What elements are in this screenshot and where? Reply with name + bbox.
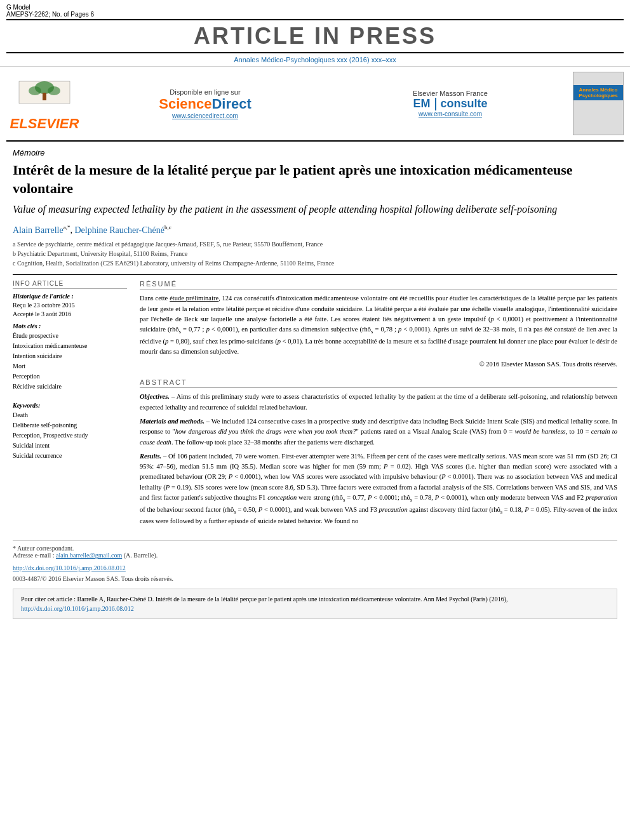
doi-link[interactable]: http://dx.doi.org/10.1016/j.amp.2016.08.… xyxy=(13,564,126,571)
citation-box: Pour citer cet article : Barrelle A, Rau… xyxy=(13,589,617,619)
corresponding-note: * Auteur correspondant. xyxy=(13,545,617,552)
em-url[interactable]: www.em-consulte.com xyxy=(328,110,573,117)
sd-logo: ScienceDirect xyxy=(83,96,328,112)
historique-label: Historique de l'article : xyxy=(13,293,127,300)
and-word: and xyxy=(359,506,368,513)
abstract-results: Results. – Of 106 patient included, 70 w… xyxy=(140,451,617,527)
abstract-objectives: Objectives. – Aims of this preliminary s… xyxy=(140,392,617,413)
email-author: (A. Barrelle). xyxy=(124,552,158,559)
section-type: Mémoire xyxy=(13,148,617,157)
affil-c: c Cognition, Health, Socialization (C2S … xyxy=(13,258,617,268)
svg-rect-2 xyxy=(43,93,46,100)
author-delphine-link[interactable]: Delphine Raucher-Chéné xyxy=(74,225,164,235)
abstract-section: ABSTRACT Objectives. – Aims of this prel… xyxy=(140,378,617,526)
citation-text: Barrelle A, Raucher-Chéné D. Intérêt de … xyxy=(77,596,508,603)
info-article-label: INFO ARTICLE xyxy=(13,280,127,289)
resume-copyright: © 2016 Elsevier Masson SAS. Tous droits … xyxy=(140,359,617,370)
em-logo: EM consulte xyxy=(413,97,487,110)
email-line: Adresse e-mail : alain.barrelle@gmail.co… xyxy=(13,552,617,559)
disponible-text: Disponible en ligne sur xyxy=(83,88,328,96)
authors: Alain Barrellea,*, Delphine Raucher-Chén… xyxy=(13,225,617,236)
doi-section: http://dx.doi.org/10.1016/j.amp.2016.08.… xyxy=(13,563,617,582)
resume-text: Dans cette étude préliminaire, 124 cas c… xyxy=(140,293,617,370)
affiliations: a Service de psychiatrie, centre médical… xyxy=(13,239,617,268)
publisher-header: ELSEVIER Disponible en ligne sur Science… xyxy=(6,67,624,142)
abstract-label: ABSTRACT xyxy=(140,378,617,388)
g-model-label: G Model xyxy=(6,4,94,11)
amepsy-number: AMEPSY-2262; No. of Pages 6 xyxy=(6,11,94,18)
em-label: Elsevier Masson France xyxy=(328,90,573,97)
author-alain-link[interactable]: Alain Barrelle xyxy=(13,225,64,235)
journal-bar: Annales Médico-Psychologiques xxx (2016)… xyxy=(0,53,630,67)
svg-point-3 xyxy=(29,86,41,95)
svg-point-4 xyxy=(48,86,60,95)
right-column: RÉSUMÉ Dans cette étude préliminaire, 12… xyxy=(140,280,617,530)
affil-b: b Psychiatric Department, University Hos… xyxy=(13,249,617,258)
keywords-list: Death Deliberate self-poisoning Percepti… xyxy=(13,410,127,461)
elsevier-logo: ELSEVIER xyxy=(6,75,83,132)
email-label: Adresse e-mail : xyxy=(13,552,55,559)
elsevier-wordmark: ELSEVIER xyxy=(6,116,83,132)
footer-notes: * Auteur correspondant. Adresse e-mail :… xyxy=(13,540,617,559)
mots-cles-label: Mots clés : xyxy=(13,323,127,330)
email-link[interactable]: alain.barrelle@gmail.com xyxy=(56,552,122,559)
aip-banner: ARTICLE IN PRESS xyxy=(6,19,624,53)
g-model-info: G Model AMEPSY-2262; No. of Pages 6 xyxy=(6,4,94,18)
top-header: G Model AMEPSY-2262; No. of Pages 6 xyxy=(0,0,630,19)
divider-1 xyxy=(13,274,617,275)
resume-label: RÉSUMÉ xyxy=(140,280,617,290)
citation-doi-link[interactable]: http://dx.doi.org/10.1016/j.amp.2016.08.… xyxy=(21,605,134,612)
two-column-layout: INFO ARTICLE Historique de l'article : R… xyxy=(13,280,617,530)
accepte-date: Accepté le 3 août 2016 xyxy=(13,310,127,319)
sd-url[interactable]: www.sciencedirect.com xyxy=(83,112,328,119)
mots-cles-list: Étude prospective Intoxication médicamen… xyxy=(13,331,127,392)
citation-label: Pour citer cet article : xyxy=(21,596,76,603)
resume-body: Dans cette étude préliminaire, 124 cas c… xyxy=(140,295,617,355)
left-column: INFO ARTICLE Historique de l'article : R… xyxy=(13,280,127,530)
author-alain: Alain Barrellea,*, Delphine Raucher-Chén… xyxy=(13,225,171,235)
affil-a: a Service de psychiatrie, centre médical… xyxy=(13,239,617,249)
em-consulte-info: Elsevier Masson France EM consulte www.e… xyxy=(328,90,573,117)
main-content: Mémoire Intérêt de la mesure de la létal… xyxy=(0,142,630,625)
abstract-materials: Materials and methods. – We included 124… xyxy=(140,417,617,448)
journal-thumbnail: Annales MédicoPsychologiques xyxy=(573,72,624,135)
article-title-fr: Intérêt de la mesure de la létalité perç… xyxy=(13,161,617,197)
recu-date: Reçu le 23 octobre 2015 xyxy=(13,301,127,310)
article-title-en: Value of measuring expected lethality by… xyxy=(13,203,617,217)
sciencedirect-info: Disponible en ligne sur ScienceDirect ww… xyxy=(83,88,328,119)
keywords-label: Keywords: xyxy=(13,402,127,409)
issn-line: 0003-4487/© 2016 Elsevier Masson SAS. To… xyxy=(13,575,617,582)
